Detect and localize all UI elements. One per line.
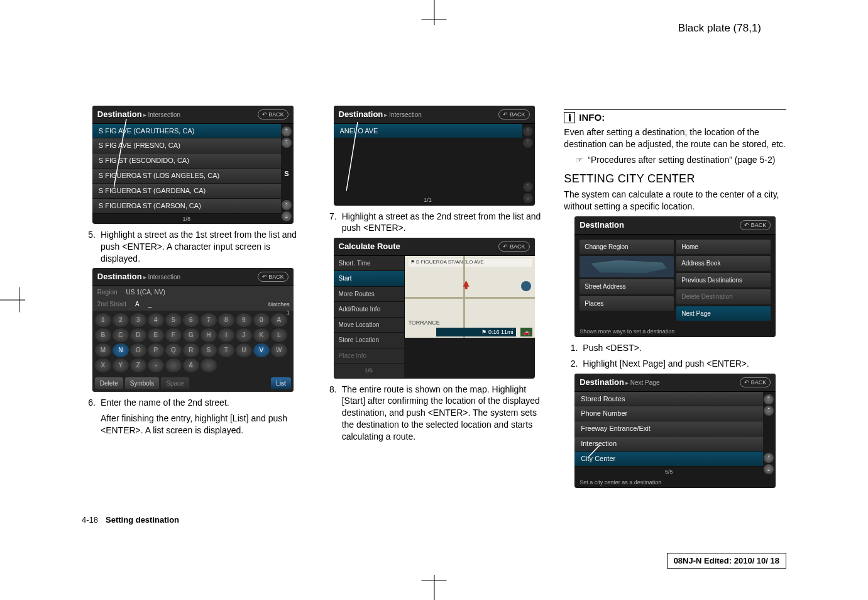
menu-delete-destination[interactable]: Delete Destination [676, 289, 771, 304]
crop-mark-left [0, 300, 25, 301]
nav-screenshot-next-page: Destination▸ Next Page BACK Stored Route… [574, 374, 776, 488]
key[interactable]: J [236, 328, 252, 342]
scroll-up2-icon[interactable]: ˆ [764, 406, 774, 416]
key[interactable]: I [218, 328, 234, 342]
key[interactable] [165, 358, 182, 372]
key[interactable]: V [253, 343, 270, 357]
list-item[interactable]: S FIGUEROA ST (CARSON, CA) [92, 199, 281, 214]
menu-item[interactable]: Move Location [334, 318, 404, 333]
scroll-down-icon[interactable]: ˇ [523, 182, 533, 192]
key[interactable]: W [271, 343, 287, 357]
svg-line-0 [114, 119, 126, 188]
key[interactable]: R [183, 343, 199, 357]
on-screen-keyboard[interactable]: 1234567890 ABCDEFGHIJ KLMNOPQRST UVWXYZ-… [92, 311, 294, 375]
key[interactable]: H [201, 328, 217, 342]
key[interactable]: 5 [165, 313, 182, 327]
key[interactable]: X [95, 358, 111, 372]
street-input-bar[interactable]: 2nd Street A_ [92, 298, 294, 311]
menu-next-page[interactable]: Next Page [676, 306, 771, 321]
page-indicator: 1/8 [92, 214, 281, 224]
key[interactable]: O [130, 343, 146, 357]
menu-street-address[interactable]: Street Address [580, 279, 674, 294]
menu-item[interactable]: More Routes [334, 287, 404, 303]
key[interactable]: D [130, 328, 146, 342]
back-button[interactable]: BACK [740, 220, 771, 230]
column-3: INFO: Even after setting a destination, … [564, 106, 786, 493]
back-button[interactable]: BACK [498, 242, 529, 252]
key[interactable]: 6 [183, 313, 199, 327]
key-selected[interactable]: N [113, 343, 129, 357]
back-button[interactable]: BACK [498, 109, 529, 119]
menu-places[interactable]: Places [580, 296, 674, 311]
key[interactable]: & [183, 358, 199, 372]
scroll-up-icon[interactable]: ⌃ [523, 126, 533, 136]
key[interactable]: F [165, 328, 182, 342]
key[interactable]: Y [113, 358, 129, 372]
key[interactable]: Z [130, 358, 146, 372]
map-hint: ⚑ S FIGUEROA ST/ANELO AVE [409, 258, 532, 267]
scroll-bar[interactable]: ⌃ ˆ ˇ ⌄ [523, 126, 533, 203]
delete-button[interactable]: Delete [95, 377, 123, 390]
symbols-button[interactable]: Symbols [125, 377, 159, 390]
back-button[interactable]: BACK [258, 272, 288, 282]
menu-item[interactable]: Add/Route Info [334, 302, 404, 318]
scroll-up-icon[interactable]: ⌃ [764, 394, 774, 404]
map-preview[interactable]: ⚑ S FIGUEROA ST/ANELO AVE TORRANCE 🚗 ⚑ 0… [404, 256, 535, 338]
info-title: INFO: [579, 111, 605, 124]
key[interactable]: 2 [113, 313, 129, 327]
scroll-down-icon[interactable]: ˇ [764, 453, 774, 463]
back-button[interactable]: BACK [258, 109, 288, 119]
key[interactable]: 3 [130, 313, 146, 327]
key[interactable]: K [253, 328, 270, 342]
nav-screenshot-keyboard: Destination▸ Intersection BACK Region US… [92, 268, 294, 392]
key[interactable]: 4 [148, 313, 164, 327]
scroll-bottom-icon[interactable]: ⌄ [523, 193, 533, 203]
key[interactable]: E [148, 328, 164, 342]
key[interactable]: P [148, 343, 164, 357]
nav-screenshot-street-list: Destination▸ Intersection BACK S FIG AVE… [92, 106, 294, 224]
menu-home[interactable]: Home [676, 240, 771, 255]
menu-item-start[interactable]: Start [334, 271, 404, 287]
key[interactable]: 8 [218, 313, 234, 327]
step-2: 2.Highlight [Next Page] and push <ENTER>… [583, 358, 786, 370]
key[interactable]: G [183, 328, 199, 342]
nav-title: Destination▸ Next Page [580, 377, 659, 388]
key[interactable]: M [95, 343, 111, 357]
nav-title: Destination▸ Intersection [97, 271, 180, 282]
route-side-menu: Short. Time Start More Routes Add/Route … [334, 256, 404, 379]
list-button[interactable]: List [271, 377, 291, 390]
nav-screenshot-2nd-street-list: Destination▸ Intersection BACK ANELO AVE… [334, 106, 535, 206]
nav-title: Destination [580, 219, 624, 231]
key[interactable]: L [271, 328, 287, 342]
key[interactable]: 0 [253, 313, 270, 327]
key[interactable]: S [201, 343, 217, 357]
nav-title: Calculate Route [339, 241, 400, 252]
menu-previous-destinations[interactable]: Previous Destinations [676, 273, 771, 288]
nav-screenshot-destination-menu: Destination BACK Change Region Street Ad… [574, 216, 776, 337]
key[interactable]: 1 [95, 313, 111, 327]
menu-item[interactable]: Place Info [334, 348, 404, 364]
key[interactable]: U [236, 343, 252, 357]
key[interactable]: - [148, 358, 164, 372]
scroll-bar[interactable]: ⌃ ˆ ˇ ⌄ [764, 394, 774, 474]
key[interactable] [201, 358, 217, 372]
key[interactable]: B [95, 328, 111, 342]
menu-change-region[interactable]: Change Region [580, 240, 674, 255]
map-city-label: TORRANCE [409, 319, 440, 326]
key[interactable]: T [218, 343, 234, 357]
back-button[interactable]: BACK [740, 377, 771, 387]
key[interactable]: Q [165, 343, 182, 357]
menu-address-book[interactable]: Address Book [676, 256, 771, 271]
key[interactable]: 7 [201, 313, 217, 327]
scroll-down-icon[interactable]: ˇ [282, 200, 292, 210]
scroll-bottom-icon[interactable]: ⌄ [764, 464, 774, 474]
scroll-up2-icon[interactable]: ˆ [523, 138, 533, 148]
info-box: INFO: [564, 109, 786, 126]
scroll-bottom-icon[interactable]: ⌄ [282, 211, 292, 221]
menu-item[interactable]: Short. Time [334, 256, 404, 272]
key[interactable]: C [113, 328, 129, 342]
key[interactable]: 9 [236, 313, 252, 327]
region-map-thumb [580, 256, 674, 277]
menu-item[interactable]: Store Location [334, 333, 404, 348]
space-button[interactable]: Space [161, 377, 189, 390]
